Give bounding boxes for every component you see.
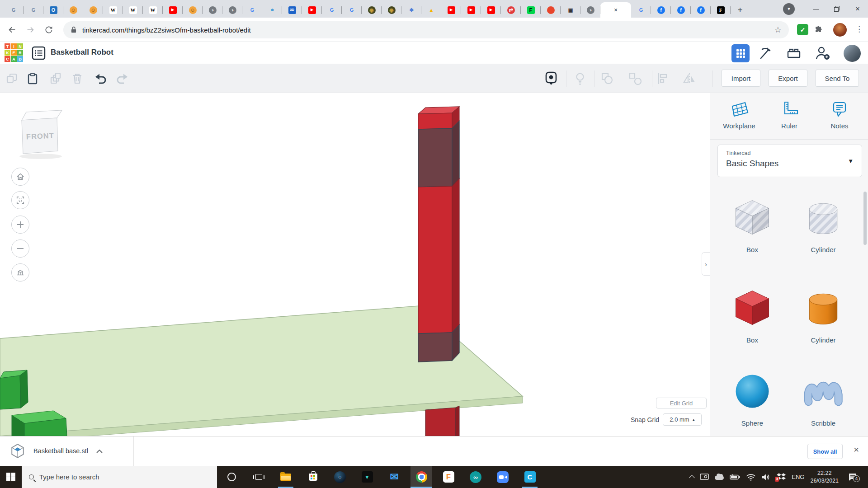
red-column-below-plane[interactable]	[425, 408, 456, 436]
browser-tab[interactable]: O	[43, 2, 63, 18]
browser-tab[interactable]: ▲	[421, 2, 441, 18]
onedrive-icon[interactable]	[715, 474, 724, 480]
browser-tab[interactable]: F	[521, 2, 541, 18]
cura-icon[interactable]: C	[519, 466, 541, 488]
browser-tab[interactable]	[541, 2, 561, 18]
microsoft-store-icon[interactable]	[302, 466, 324, 488]
dashboard-grid-button[interactable]	[731, 44, 750, 62]
arduino-icon[interactable]: ∞	[465, 466, 486, 488]
browser-tab[interactable]: ▶	[302, 2, 322, 18]
export-button[interactable]: Export	[769, 70, 807, 87]
browser-tab[interactable]: ☺	[63, 2, 83, 18]
media-control-button[interactable]: ▾	[783, 3, 795, 15]
cortana-icon[interactable]	[221, 466, 242, 488]
restore-button[interactable]	[826, 0, 847, 18]
browser-tab[interactable]: f	[671, 2, 691, 18]
zoom-out-button[interactable]	[11, 239, 29, 258]
shape-box-solid[interactable]: Box	[725, 286, 779, 344]
language-indicator[interactable]: ENG	[792, 474, 804, 480]
maroon-box-upper[interactable]	[418, 128, 452, 187]
taskbar-clock[interactable]: 22:22 26/03/2021	[810, 469, 839, 485]
ruler-tool[interactable]: Ruler	[768, 100, 811, 130]
browser-tab[interactable]: f	[691, 2, 711, 18]
mail-icon[interactable]: ✉	[383, 466, 405, 488]
design-title[interactable]: Basketball Robot	[51, 48, 113, 57]
delete-button[interactable]	[71, 72, 84, 85]
browser-tab[interactable]: W	[123, 2, 143, 18]
edit-grid-button[interactable]: Edit Grid	[656, 398, 707, 408]
green-box-front[interactable]	[0, 375, 21, 409]
omnibox[interactable]: tinkercad.com/things/bzZ2siwsOfm-basketb…	[63, 21, 789, 38]
browser-tab[interactable]: ▣	[561, 2, 580, 18]
browser-tab[interactable]: ☺	[83, 2, 103, 18]
red-column-cap[interactable]	[418, 113, 452, 129]
maroon-box-lower[interactable]	[418, 333, 452, 362]
shape-cylinder-solid[interactable]: Cylinder	[796, 286, 850, 344]
minimize-button[interactable]: —	[806, 0, 826, 18]
undo-button[interactable]	[94, 72, 108, 85]
view-cube-label[interactable]: FRONT	[26, 131, 55, 141]
back-button[interactable]	[6, 23, 19, 36]
show-all-view-button[interactable]	[544, 72, 558, 85]
active-tab-tinkercad[interactable]: ×	[600, 2, 631, 18]
download-expand-icon[interactable]	[96, 449, 103, 453]
red-column-body[interactable]	[418, 186, 452, 333]
mirror-button[interactable]	[683, 72, 696, 85]
paste-button[interactable]	[26, 72, 39, 85]
zoom-in-button[interactable]	[11, 216, 29, 234]
close-download-bar-icon[interactable]: ×	[851, 444, 862, 455]
light-view-button[interactable]	[573, 72, 587, 85]
send-to-button[interactable]: Send To	[816, 70, 859, 87]
browser-tab[interactable]: G	[24, 2, 43, 18]
close-window-button[interactable]: ×	[847, 0, 868, 18]
bookmark-star-icon[interactable]: ☆	[774, 25, 782, 35]
browser-profile-avatar[interactable]	[833, 23, 847, 37]
shape-scribble[interactable]: Scribble	[796, 370, 850, 427]
battery-icon[interactable]	[730, 474, 740, 480]
browser-tab[interactable]: G	[242, 2, 262, 18]
fusion360-icon[interactable]: F	[438, 466, 459, 488]
browser-tab[interactable]: ▶	[481, 2, 501, 18]
browser-tab[interactable]: ▶	[163, 2, 183, 18]
browser-tab[interactable]: G	[322, 2, 342, 18]
invite-user-button[interactable]	[814, 44, 832, 62]
user-avatar[interactable]	[844, 45, 861, 62]
home-view-button[interactable]	[11, 168, 29, 186]
url-text[interactable]: tinkercad.com/things/bzZ2siwsOfm-basketb…	[82, 26, 774, 34]
import-button[interactable]: Import	[722, 70, 760, 87]
browser-tab[interactable]: F	[711, 2, 731, 18]
file-explorer-icon[interactable]	[275, 466, 297, 488]
close-tab-icon[interactable]: ×	[611, 5, 620, 14]
browser-tab[interactable]: ◉	[362, 2, 382, 18]
workplane-tool[interactable]: Workplane	[717, 100, 761, 130]
browser-menu-icon[interactable]: ⋮	[853, 23, 866, 35]
taskbar-search-input[interactable]: Type here to search	[22, 466, 217, 488]
zoom-icon[interactable]	[492, 466, 514, 488]
browser-tab[interactable]: ⇄	[501, 2, 521, 18]
extensions-puzzle-button[interactable]	[812, 23, 825, 36]
start-button[interactable]	[0, 466, 22, 488]
tinker-pickaxe-button[interactable]	[756, 44, 774, 62]
browser-tab[interactable]: 3D	[282, 2, 302, 18]
browser-tab[interactable]: ◉	[382, 2, 401, 18]
collapse-panel-button[interactable]: ›	[702, 252, 710, 276]
browser-tab[interactable]: G	[631, 2, 651, 18]
shape-collection-dropdown[interactable]: Tinkercad Basic Shapes ▼	[717, 145, 862, 177]
browser-tab[interactable]: ☺	[183, 2, 203, 18]
shape-cylinder-hole[interactable]: Cylinder	[796, 196, 850, 253]
tinkercad-logo[interactable]: T I N K E R C A D	[5, 43, 24, 63]
chrome-icon[interactable]	[410, 466, 432, 488]
dropbox-icon[interactable]: 3	[777, 473, 786, 481]
wifi-icon[interactable]	[746, 474, 756, 481]
copy-button[interactable]	[5, 72, 19, 85]
notes-tool[interactable]: Notes	[818, 100, 861, 130]
browser-tab[interactable]: ◑	[222, 2, 242, 18]
browser-tab[interactable]: ▶	[461, 2, 481, 18]
lego-blocks-button[interactable]	[785, 44, 803, 62]
new-tab-button[interactable]: +	[733, 3, 747, 17]
hidden-icons-chevron[interactable]	[690, 474, 694, 480]
reload-button[interactable]	[42, 23, 55, 36]
show-all-button[interactable]: Show all	[807, 444, 843, 459]
group-button[interactable]	[600, 72, 614, 85]
task-view-icon[interactable]	[248, 466, 269, 488]
